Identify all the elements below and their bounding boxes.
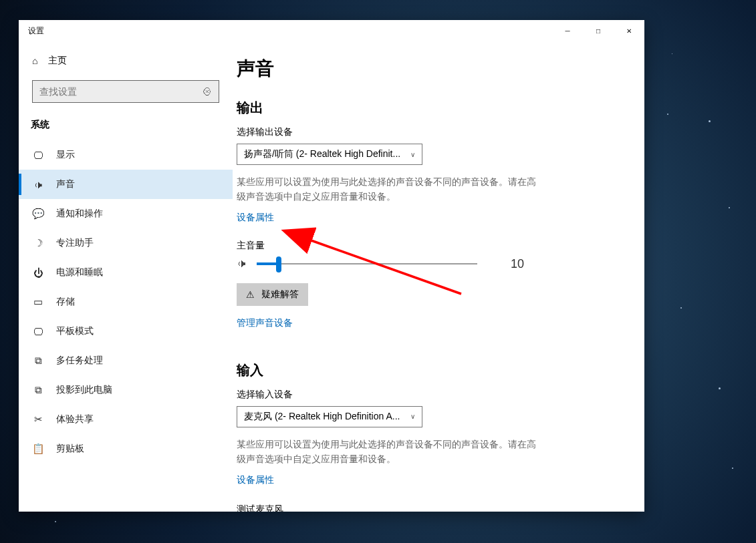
- sidebar-item-tablet[interactable]: 🖵 平板模式: [19, 317, 233, 346]
- manage-sound-devices-link[interactable]: 管理声音设备: [237, 317, 293, 329]
- notify-icon: 💬: [32, 208, 44, 220]
- sidebar-item-notifications[interactable]: 💬 通知和操作: [19, 199, 233, 228]
- output-section: 输出 选择输出设备 扬声器/听筒 (2- Realtek High Defini…: [237, 99, 587, 341]
- master-volume-label: 主音量: [237, 240, 587, 252]
- input-device-label: 选择输入设备: [237, 389, 587, 401]
- sidebar-item-focus[interactable]: ☽ 专注助手: [19, 228, 233, 258]
- troubleshoot-label: 疑难解答: [261, 289, 299, 301]
- input-header: 输入: [237, 361, 587, 379]
- power-icon: ⏻: [32, 267, 44, 279]
- device-properties-link[interactable]: 设备属性: [237, 212, 274, 224]
- input-device-value: 麦克风 (2- Realtek High Definition A...: [244, 411, 400, 423]
- slider-track[interactable]: [257, 263, 477, 264]
- home-button[interactable]: ⌂ 主页: [19, 48, 233, 73]
- volume-icon: 🕩: [237, 258, 247, 270]
- sidebar: ⌂ 主页 ⮾ 系统 🖵 显示 🕩 声音 💬 通知和操作: [19, 41, 233, 512]
- sidebar-item-label: 电源和睡眠: [56, 266, 103, 279]
- sidebar-item-label: 体验共享: [56, 413, 94, 425]
- input-section: 输入 选择输入设备 麦克风 (2- Realtek High Definitio…: [237, 361, 587, 512]
- sidebar-item-label: 平板模式: [56, 325, 94, 337]
- output-desc: 某些应用可以设置为使用与此处选择的声音设备不同的声音设备。请在高级声音选项中自定…: [237, 174, 544, 204]
- sidebar-item-label: 剪贴板: [56, 443, 84, 455]
- clipboard-icon: 📋: [32, 443, 44, 455]
- output-device-value: 扬声器/听筒 (2- Realtek High Definit...: [244, 148, 400, 160]
- sidebar-item-storage[interactable]: ▭ 存储: [19, 287, 233, 317]
- tablet-icon: 🖵: [32, 326, 44, 337]
- output-device-select[interactable]: 扬声器/听筒 (2- Realtek High Definit... ∨: [237, 144, 422, 165]
- search-icon: ⮾: [203, 86, 212, 97]
- minimize-button[interactable]: ─: [552, 20, 583, 41]
- test-mic-label: 测试麦克风: [237, 504, 587, 512]
- titlebar[interactable]: 设置 ─ □ ✕: [19, 20, 644, 41]
- sidebar-item-display[interactable]: 🖵 显示: [19, 140, 233, 170]
- search-field[interactable]: [39, 86, 203, 97]
- settings-window: 设置 ─ □ ✕ ⌂ 主页 ⮾ 系统 🖵 显示 🕩: [19, 20, 644, 512]
- sidebar-item-label: 存储: [56, 296, 75, 308]
- sidebar-item-label: 投影到此电脑: [56, 384, 112, 396]
- close-button[interactable]: ✕: [614, 20, 644, 41]
- input-device-select[interactable]: 麦克风 (2- Realtek High Definition A... ∨: [237, 406, 422, 427]
- input-device-properties-link[interactable]: 设备属性: [237, 474, 274, 486]
- sidebar-item-label: 专注助手: [56, 237, 94, 249]
- sidebar-item-label: 显示: [56, 149, 75, 161]
- sidebar-item-sound[interactable]: 🕩 声音: [19, 170, 233, 199]
- master-volume-slider[interactable]: 🕩 10: [237, 257, 587, 271]
- project-icon: ⧉: [32, 384, 44, 396]
- sidebar-item-project[interactable]: ⧉ 投影到此电脑: [19, 375, 233, 405]
- sidebar-item-shared[interactable]: ✂ 体验共享: [19, 405, 233, 434]
- sidebar-item-multitask[interactable]: ⧉ 多任务处理: [19, 346, 233, 375]
- window-title: 设置: [28, 25, 44, 37]
- master-volume-value: 10: [511, 257, 524, 271]
- output-header: 输出: [237, 99, 587, 117]
- sidebar-item-power[interactable]: ⏻ 电源和睡眠: [19, 258, 233, 287]
- display-icon: 🖵: [32, 150, 44, 161]
- sound-icon: 🕩: [32, 179, 44, 190]
- warning-icon: ⚠: [246, 289, 255, 300]
- chevron-down-icon: ∨: [410, 413, 415, 420]
- nav-list: 🖵 显示 🕩 声音 💬 通知和操作 ☽ 专注助手 ⏻ 电源和睡眠: [19, 140, 233, 464]
- troubleshoot-button[interactable]: ⚠ 疑难解答: [237, 283, 308, 306]
- input-desc: 某些应用可以设置为使用与此处选择的声音设备不同的声音设备。请在高级声音选项中自定…: [237, 437, 544, 467]
- chevron-down-icon: ∨: [410, 151, 415, 158]
- search-input[interactable]: ⮾: [32, 80, 219, 103]
- storage-icon: ▭: [32, 296, 44, 308]
- output-device-label: 选择输出设备: [237, 126, 587, 138]
- multitask-icon: ⧉: [32, 355, 44, 367]
- main-content: 声音 输出 选择输出设备 扬声器/听筒 (2- Realtek High Def…: [233, 41, 607, 512]
- share-icon: ✂: [32, 413, 44, 425]
- home-icon: ⌂: [32, 55, 37, 66]
- page-title: 声音: [237, 56, 587, 81]
- home-label: 主页: [48, 55, 67, 67]
- sidebar-item-label: 通知和操作: [56, 208, 103, 220]
- focus-icon: ☽: [32, 237, 44, 249]
- maximize-button[interactable]: □: [583, 20, 614, 41]
- sidebar-item-clipboard[interactable]: 📋 剪贴板: [19, 434, 233, 464]
- sidebar-item-label: 声音: [56, 178, 75, 190]
- slider-thumb[interactable]: [276, 256, 281, 273]
- sidebar-group-label: 系统: [19, 114, 233, 140]
- sidebar-item-label: 多任务处理: [56, 355, 103, 367]
